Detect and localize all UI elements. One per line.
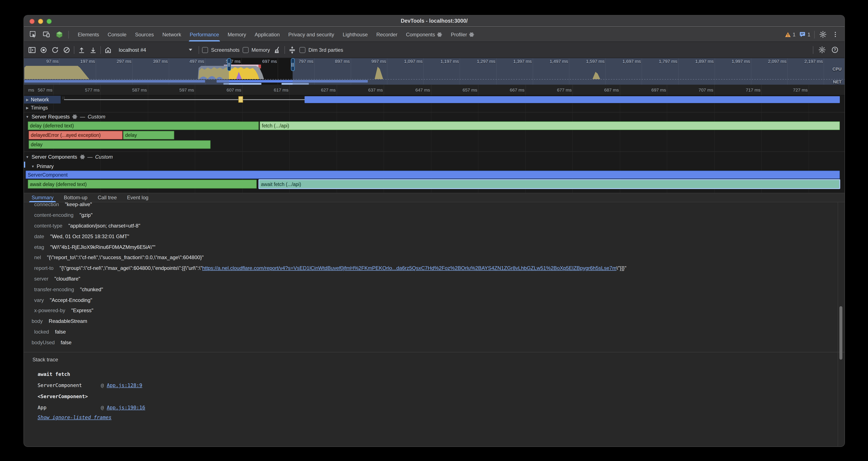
summary-value: "W/\"4b1-RjEJloX9kRinu6F0MAZMmy6E5iA\"" (50, 244, 155, 250)
extension-gem-icon[interactable] (55, 30, 64, 39)
overview-net-bar-light (223, 83, 261, 85)
timeline-overview[interactable]: 97 ms197 ms297 ms397 ms497 ms597 ms697 m… (24, 58, 844, 85)
tabbar-left-icons (24, 27, 73, 41)
network-track-header[interactable]: ▶ Network (24, 96, 61, 104)
clear-button[interactable] (62, 46, 71, 54)
disclosure-triangle-icon[interactable]: ▼ (26, 155, 29, 159)
network-track[interactable]: ▶ Network ⁞⁞ (24, 96, 844, 104)
tick-label: 717 ms (722, 87, 761, 92)
memory-checkbox[interactable]: Memory (242, 47, 270, 53)
tick-label: 687 ms (581, 87, 619, 92)
home-icon[interactable] (104, 46, 112, 54)
summary-row: vary"Accept-Encoding" (24, 295, 844, 305)
tab-console[interactable]: Console (103, 27, 131, 41)
primary-subtrack-header[interactable]: ▼ Primary (24, 163, 844, 170)
server-components-header[interactable]: ▼ Server Components — Custom (24, 153, 844, 161)
frame-source-link[interactable]: App.js:128:9 (107, 382, 142, 388)
server-components-title: Server Components (32, 154, 77, 160)
selection-handle-left[interactable] (227, 58, 231, 71)
tab-lighthouse[interactable]: Lighthouse (339, 27, 372, 41)
frame-source-link[interactable]: App.js:190:16 (107, 405, 145, 410)
summary-key: date (34, 233, 44, 239)
dim-3rd-parties-checkbox[interactable]: Dim 3rd parties (300, 47, 343, 53)
network-event-yellow[interactable] (238, 96, 243, 103)
tab-memory[interactable]: Memory (223, 27, 251, 41)
network-event-blue[interactable] (305, 96, 840, 103)
warnings-badge[interactable]: 1 (784, 31, 795, 37)
tab-privacy-and-security[interactable]: Privacy and security (284, 27, 339, 41)
messages-badge[interactable]: 1 (800, 31, 810, 38)
report-to-url-link[interactable]: https://a.nel.cloudflare.com/report/v4?s… (202, 265, 617, 271)
show-ignore-listed-frames-link[interactable]: Show ignore-listed frames (38, 414, 112, 421)
stack-frames: await fetchServerComponent@App.js:128:9<… (32, 369, 844, 413)
flame-bar[interactable]: await delay (deferred text) (28, 180, 257, 189)
tab-label: Bottom-up (64, 195, 88, 201)
message-count: 1 (808, 31, 810, 37)
divider (68, 31, 69, 38)
desktop: DevTools - localhost:3000/ (0, 0, 868, 461)
tab-call-tree[interactable]: Call tree (92, 193, 122, 202)
primary-label: Primary (37, 164, 54, 169)
tab-profiler[interactable]: Profiler (446, 27, 478, 41)
flame-bar[interactable]: delay (123, 131, 174, 139)
summary-value: "cloudflare" (55, 276, 80, 282)
tab-application[interactable]: Application (250, 27, 284, 41)
scrollbar-thumb[interactable] (839, 306, 842, 359)
settings-gear-icon[interactable] (818, 30, 827, 39)
tick-label: 627 ms (297, 87, 336, 92)
drag-grip-icon[interactable]: ⁞⁞ (62, 97, 65, 99)
flame-bar[interactable]: ServerComponent (26, 171, 840, 179)
disclosure-triangle-icon[interactable]: ▶ (26, 98, 29, 102)
history-select[interactable]: localhost #4 (115, 45, 196, 55)
kebab-menu-icon[interactable] (831, 30, 839, 39)
save-profile-icon[interactable] (89, 46, 97, 54)
disclosure-triangle-icon[interactable]: ▼ (31, 165, 35, 168)
inspect-element-icon[interactable] (29, 30, 37, 39)
server-requests-header[interactable]: ▼ Server Requests — Custom (24, 113, 844, 121)
flame-bar[interactable]: delay (deferred text) (28, 121, 259, 130)
record-button[interactable] (39, 46, 48, 54)
network-track-label: Network (31, 97, 49, 102)
tick-label: 647 ms (392, 87, 430, 92)
tab-label: Summary (32, 195, 54, 201)
server-components-row-2: await delay (deferred text)await fetch (… (24, 180, 844, 189)
tick-label: 727 ms (769, 87, 808, 92)
tick-label: 567 ms (24, 87, 53, 92)
tick-label: 637 ms (344, 87, 383, 92)
timings-track[interactable]: ▶ Timings (24, 104, 844, 112)
summary-row: server"cloudflare" (24, 273, 844, 284)
load-profile-icon[interactable] (77, 46, 86, 54)
disclosure-triangle-icon[interactable]: ▼ (26, 115, 29, 119)
tab-event-log[interactable]: Event log (122, 193, 154, 202)
collapse-tracks-icon[interactable] (288, 46, 297, 54)
tab-recorder[interactable]: Recorder (372, 27, 402, 41)
tab-summary[interactable]: Summary (27, 193, 59, 202)
tab-label: Performance (190, 31, 219, 37)
summary-value: "Accept-Encoding" (50, 297, 92, 303)
screenshots-checkbox[interactable]: Screenshots (202, 47, 240, 53)
summary-value: "Express" (71, 308, 93, 314)
flame-chart-tracks[interactable]: ▶ Network ⁞⁞ ▶ Timings ▼ Server Requests… (24, 95, 844, 193)
react-atom-icon (72, 114, 78, 119)
flame-bar[interactable]: fetch (.../api) (260, 121, 840, 130)
tab-components[interactable]: Components (402, 27, 446, 41)
capture-settings-gear-icon[interactable] (817, 46, 826, 54)
toggle-sidebar-icon[interactable] (28, 46, 36, 54)
tab-bottom-up[interactable]: Bottom-up (59, 193, 93, 202)
tab-elements[interactable]: Elements (73, 27, 103, 41)
selection-handle-right[interactable] (291, 58, 294, 71)
tab-performance[interactable]: Performance (185, 27, 223, 41)
flame-bar[interactable]: await fetch (.../api) (259, 180, 840, 189)
tab-sources[interactable]: Sources (131, 27, 158, 41)
help-icon[interactable]: ? (830, 46, 839, 54)
timeline-ruler[interactable]: ms567 ms577 ms587 ms597 ms607 ms617 ms62… (24, 85, 844, 95)
device-toolbar-icon[interactable] (42, 30, 51, 39)
flame-bar[interactable]: delayedError (...ayed exception) (29, 131, 123, 139)
server-requests-row-2: delayedError (...ayed exception)delay (24, 131, 844, 139)
flame-bar[interactable]: delay (29, 140, 211, 149)
disclosure-triangle-icon[interactable]: ▶ (26, 106, 29, 110)
reload-and-record-button[interactable] (51, 46, 59, 54)
garbage-collect-icon[interactable] (273, 46, 281, 54)
tab-network[interactable]: Network (158, 27, 185, 41)
warning-icon (784, 31, 791, 37)
